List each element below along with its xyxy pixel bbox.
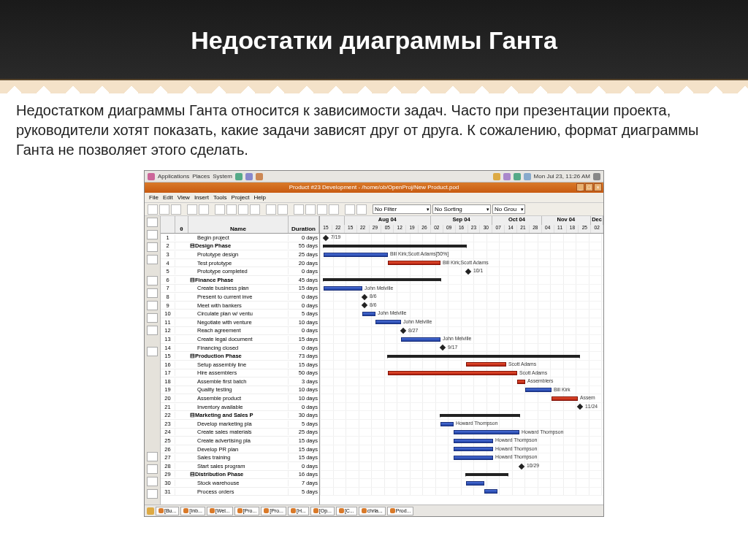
view-icon[interactable] <box>147 464 158 474</box>
task-bar[interactable] <box>466 481 484 486</box>
toolbar-button[interactable] <box>250 204 260 215</box>
taskbar-item[interactable]: [Inb... <box>180 507 205 515</box>
gantt-row[interactable]: 10/1 <box>320 267 603 276</box>
menu-help[interactable]: Help <box>254 194 266 201</box>
table-row[interactable]: 31Process orders5 days <box>161 488 319 496</box>
table-row[interactable]: 8Present to current inve0 days <box>161 293 319 302</box>
toolbar-button[interactable] <box>187 204 197 215</box>
table-row[interactable]: 23Develop marketing pla5 days <box>161 420 319 429</box>
table-row[interactable]: 14Financing closed0 days <box>161 344 319 353</box>
menu-insert[interactable]: Insert <box>194 194 209 201</box>
gantt-row[interactable]: Howard Thompson <box>320 429 603 437</box>
tray-icon[interactable] <box>493 173 500 180</box>
toolbar-button[interactable] <box>278 204 288 215</box>
task-bar[interactable] <box>440 422 454 426</box>
taskbar-item[interactable]: [Pro... <box>261 507 286 515</box>
task-bar[interactable] <box>388 371 517 375</box>
menu-project[interactable]: Project <box>232 194 250 201</box>
view-icon[interactable] <box>147 477 158 486</box>
taskbar-item[interactable]: [Wel... <box>207 507 233 515</box>
view-icon[interactable] <box>147 301 158 310</box>
toolbar-button[interactable] <box>148 204 158 215</box>
gantt-row[interactable]: 9/17 <box>320 344 603 353</box>
taskbar-item[interactable]: [Pro... <box>234 507 260 515</box>
tray-icon[interactable] <box>256 173 263 180</box>
gantt-row[interactable]: John Melville <box>320 310 603 318</box>
view-icon[interactable] <box>147 288 158 298</box>
tray-icon[interactable] <box>235 173 243 180</box>
view-icon[interactable] <box>147 242 158 252</box>
task-bar[interactable] <box>362 312 375 316</box>
table-row[interactable]: 25Create advertising pla15 days <box>161 437 319 445</box>
table-row[interactable]: 27Sales training15 days <box>161 453 319 462</box>
task-bar[interactable] <box>454 447 493 451</box>
table-row[interactable]: 24Create sales materials25 days <box>161 429 319 437</box>
col-indicator[interactable]: θ <box>175 216 188 233</box>
tray-icon[interactable] <box>514 173 521 180</box>
gantt-row[interactable]: John Melville <box>320 335 603 344</box>
toolbar-button[interactable] <box>266 204 276 215</box>
gantt-row[interactable]: Howard Thompson <box>320 437 603 445</box>
gantt-row[interactable] <box>320 488 603 496</box>
taskbar-item[interactable]: [C... <box>336 507 357 515</box>
toolbar-button[interactable] <box>171 204 181 215</box>
maximize-button[interactable]: □ <box>585 183 593 191</box>
task-bar[interactable] <box>454 430 519 434</box>
table-row[interactable]: 17Hire assemblers50 days <box>161 369 319 378</box>
menu-file[interactable]: File <box>149 194 159 201</box>
toolbar-button[interactable] <box>215 204 225 215</box>
toolbar-button[interactable] <box>199 204 209 215</box>
gnome-menu-applications[interactable]: Applications <box>158 173 189 180</box>
gantt-row[interactable] <box>320 352 603 361</box>
gantt-row[interactable] <box>320 276 603 285</box>
col-name[interactable]: Name <box>188 216 289 233</box>
view-icon[interactable] <box>147 218 158 227</box>
table-row[interactable]: 29⊟Distribution Phase16 days <box>161 471 319 480</box>
gantt-row[interactable]: Bill Kirk;Scott Adams <box>320 259 603 268</box>
table-row[interactable]: 1Begin project0 days <box>161 234 319 242</box>
clock[interactable]: Mon Jul 23, 11:26 AM <box>534 173 590 180</box>
gantt-row[interactable]: Bill Kirk <box>320 386 603 395</box>
toolbar-button[interactable] <box>159 204 169 215</box>
table-row[interactable]: 7Create business plan15 days <box>161 285 319 294</box>
task-bar[interactable] <box>517 380 525 384</box>
task-bar[interactable] <box>388 355 579 358</box>
window-titlebar[interactable]: Product #23 Development - /home/ob/OpenP… <box>145 183 603 193</box>
task-bar[interactable] <box>466 362 506 367</box>
view-icon[interactable] <box>147 255 158 264</box>
task-bar[interactable] <box>454 439 493 443</box>
show-desktop-icon[interactable] <box>147 507 154 515</box>
view-icon[interactable] <box>147 276 158 285</box>
tray-icon[interactable] <box>503 173 511 180</box>
menu-view[interactable]: View <box>178 194 190 201</box>
table-row[interactable]: 20Assemble product10 days <box>161 394 319 403</box>
toolbar-button[interactable] <box>305 204 316 215</box>
gantt-row[interactable]: 7/19 <box>320 234 603 242</box>
task-bar[interactable] <box>466 473 508 476</box>
toolbar-button[interactable] <box>329 204 339 215</box>
task-bar[interactable] <box>401 337 440 342</box>
view-icon[interactable] <box>147 489 158 499</box>
table-row[interactable]: 4Test prototype20 days <box>161 259 319 268</box>
gantt-row[interactable]: 8/6 <box>320 302 603 310</box>
task-bar[interactable] <box>525 388 552 392</box>
minimize-button[interactable]: _ <box>576 183 584 191</box>
view-icon[interactable] <box>147 347 158 356</box>
view-icon[interactable] <box>147 230 158 239</box>
table-row[interactable]: 18Assemble first batch3 days <box>161 377 319 386</box>
gnome-menu-places[interactable]: Places <box>192 173 210 180</box>
taskbar-item[interactable]: [H... <box>288 507 309 515</box>
task-bar[interactable] <box>388 261 440 265</box>
col-duration[interactable]: Duration <box>289 216 319 233</box>
task-bar[interactable] <box>552 396 578 401</box>
table-row[interactable]: 3Prototype design25 days <box>161 250 319 259</box>
toolbar-button[interactable] <box>356 204 367 215</box>
gantt-row[interactable]: 10/29 <box>320 462 603 471</box>
ubuntu-logo-icon[interactable] <box>148 173 155 180</box>
taskbar-item[interactable]: [Bu... <box>156 507 179 515</box>
gantt-row[interactable]: John Melville <box>320 285 603 294</box>
task-bar[interactable] <box>324 278 440 281</box>
task-bar[interactable] <box>324 253 388 257</box>
table-row[interactable]: 5Prototype completed0 days <box>161 267 319 276</box>
tray-icon[interactable] <box>245 173 253 180</box>
